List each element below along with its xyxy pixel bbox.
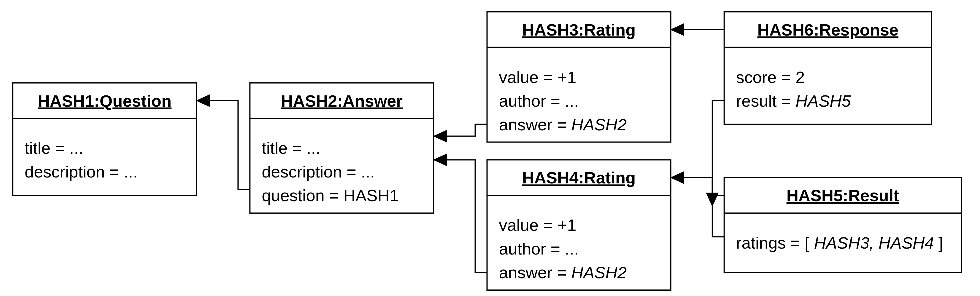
node-answer-attr2: question = HASH1 <box>262 186 399 205</box>
node-result-title: HASH5:Result <box>787 186 899 205</box>
object-diagram: HASH1:Question title = ... description =… <box>0 0 980 296</box>
svg-marker-14 <box>434 154 447 166</box>
edge-rating2-answer <box>434 154 487 272</box>
node-question: HASH1:Question title = ... description =… <box>13 83 196 196</box>
edge-response-result <box>706 101 724 206</box>
node-response: HASH6:Response score = 2 result = HASH5 <box>724 12 932 125</box>
node-response-title: HASH6:Response <box>757 21 899 39</box>
node-rating1-attr0: value = +1 <box>499 68 576 87</box>
node-answer-title: HASH2:Answer <box>281 92 402 110</box>
node-rating1: HASH3:Rating value = +1 author = ... ans… <box>487 12 671 142</box>
node-rating2-title: HASH4:Rating <box>522 168 636 187</box>
node-rating1-title: HASH3:Rating <box>522 21 636 39</box>
edge-result-rating2 <box>671 171 724 237</box>
edge-response-rating1 <box>671 24 724 36</box>
node-question-title: HASH1:Question <box>38 92 172 110</box>
svg-marker-17 <box>671 171 684 184</box>
node-rating2-attr0: value = +1 <box>499 216 576 234</box>
node-response-attr0: score = 2 <box>736 68 805 87</box>
svg-marker-12 <box>196 95 210 107</box>
node-rating2: HASH4:Rating value = +1 author = ... ans… <box>487 160 671 290</box>
node-answer-attr0: title = ... <box>262 139 320 157</box>
edge-answer-question <box>196 95 250 190</box>
node-rating2-attr2: answer = HASH2 <box>499 263 627 282</box>
edge-rating1-answer <box>434 125 487 142</box>
node-rating2-attr1: author = ... <box>499 239 579 258</box>
node-answer-attr1: description = ... <box>262 162 375 181</box>
node-result: HASH5:Result ratings = [ HASH3, HASH4 ] <box>724 177 961 272</box>
node-result-attr0: ratings = [ HASH3, HASH4 ] <box>736 233 943 252</box>
node-answer: HASH2:Answer title = ... description = .… <box>250 83 433 213</box>
node-question-attr0: title = ... <box>25 139 83 157</box>
node-question-attr1: description = ... <box>25 162 138 181</box>
node-rating1-attr2: answer = HASH2 <box>499 115 627 134</box>
node-response-attr1: result = HASH5 <box>736 92 851 110</box>
node-rating1-attr1: author = ... <box>499 92 579 110</box>
svg-marker-15 <box>671 24 684 36</box>
svg-marker-13 <box>434 130 447 142</box>
